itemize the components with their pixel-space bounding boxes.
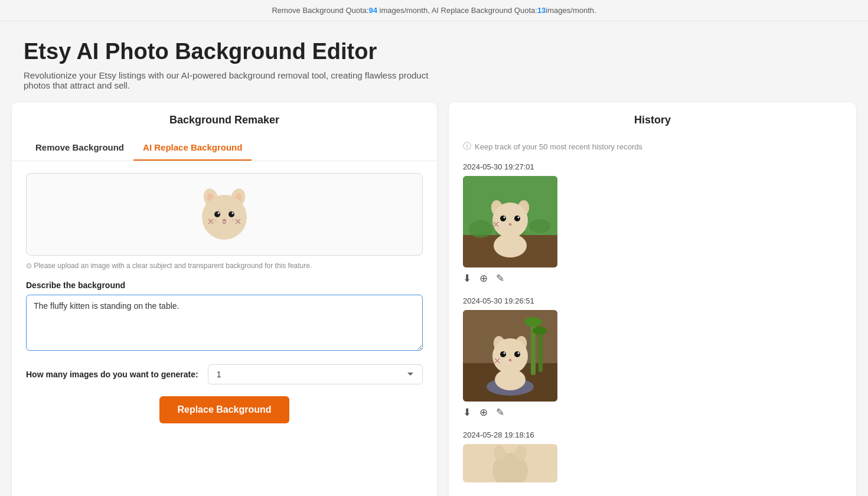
svg-point-21 [529,219,550,233]
edit-icon-2[interactable]: ✎ [496,406,504,419]
count-select[interactable]: 1 2 3 4 [208,364,423,384]
page-header: Etsy AI Photo Background Editor Revoluti… [0,21,868,102]
history-content: ⓘ Keep track of your 50 most recent hist… [449,135,856,496]
history-actions-1: ⬇ ⊕ ✎ [463,272,842,285]
svg-point-42 [533,327,547,335]
history-timestamp: 2024-05-30 19:26:51 [463,296,842,305]
history-item: 2024-05-28 19:18:16 [463,430,842,482]
describe-label: Describe the background [26,280,423,290]
banner-text-before: Remove Background Quota: [272,6,368,15]
svg-point-50 [518,353,520,354]
tabs-row: Remove Background AI Replace Background [12,135,437,161]
banner-text-after: images/month. [546,6,596,15]
tab-remove-background[interactable]: Remove Background [26,135,133,161]
svg-point-26 [492,203,528,238]
section-title: Background Remaker [12,102,437,135]
history-image-2 [463,310,557,402]
history-timestamp: 2024-05-30 19:27:01 [463,162,842,171]
svg-point-11 [218,213,220,214]
remove-quota: 94 [368,6,377,15]
count-row: How many images do you want to generate:… [26,364,423,384]
svg-point-10 [229,211,234,217]
svg-point-36 [494,234,527,257]
history-timestamp: 2024-05-28 19:18:16 [463,430,842,439]
uploaded-image-preview [198,185,251,244]
count-label: How many images do you want to generate: [26,370,198,379]
tab-ai-replace-background[interactable]: AI Replace Background [133,135,252,161]
left-content: Please upload an image with a clear subj… [12,161,437,435]
left-panel: Background Remaker Remove Background AI … [12,102,437,496]
page-subtitle: Revolutionize your Etsy listings with ou… [24,70,437,90]
history-info: ⓘ Keep track of your 50 most recent hist… [463,141,842,152]
replace-quota: 13 [537,6,546,15]
svg-point-47 [500,351,506,357]
banner-text-middle: images/month, AI Replace Background Quot… [377,6,537,15]
history-image-3-svg [463,444,557,482]
svg-point-20 [469,220,492,238]
describe-textarea[interactable]: The fluffy kitten is standing on the tab… [26,295,423,351]
history-info-text: Keep track of your 50 most recent histor… [475,142,642,151]
svg-point-8 [232,219,235,222]
history-item: 2024-05-30 19:26:51 [463,296,842,419]
history-title: History [449,102,856,135]
svg-point-53 [509,359,512,361]
top-banner: Remove Background Quota:94 images/month,… [0,0,868,21]
svg-point-4 [202,195,247,240]
svg-point-12 [232,213,234,214]
history-image-2-svg [463,310,557,402]
svg-point-41 [524,317,542,327]
svg-point-35 [509,223,512,226]
svg-point-54 [495,369,526,390]
history-item: 2024-05-30 19:27:01 [463,162,842,285]
svg-point-7 [214,219,217,222]
info-icon: ⓘ [463,141,471,152]
download-icon-2[interactable]: ⬇ [463,406,471,419]
download-icon-1[interactable]: ⬇ [463,272,471,285]
edit-icon-1[interactable]: ✎ [496,272,504,285]
replace-background-button[interactable]: Replace Background [159,396,289,423]
upload-hint: Please upload an image with a clear subj… [26,262,423,270]
svg-rect-40 [539,331,543,372]
history-scroll-area[interactable]: ⓘ Keep track of your 50 most recent hist… [449,135,856,496]
svg-point-29 [500,216,506,221]
svg-point-30 [514,216,520,221]
svg-point-31 [504,217,505,218]
history-actions-2: ⬇ ⊕ ✎ [463,406,842,419]
svg-point-17 [223,219,226,221]
add-icon-1[interactable]: ⊕ [479,272,488,285]
right-panel: History ⓘ Keep track of your 50 most rec… [449,102,856,496]
history-image-3 [463,444,557,482]
upload-area[interactable] [26,173,423,256]
svg-point-32 [518,217,520,218]
page-title: Etsy AI Photo Background Editor [24,39,844,64]
svg-point-46 [492,338,528,374]
history-image-1-svg [463,176,557,267]
history-image-1 [463,176,557,267]
svg-point-48 [514,351,520,357]
svg-point-9 [214,211,220,217]
svg-point-49 [504,353,505,354]
add-icon-2[interactable]: ⊕ [479,406,488,419]
main-layout: Background Remaker Remove Background AI … [0,102,868,496]
